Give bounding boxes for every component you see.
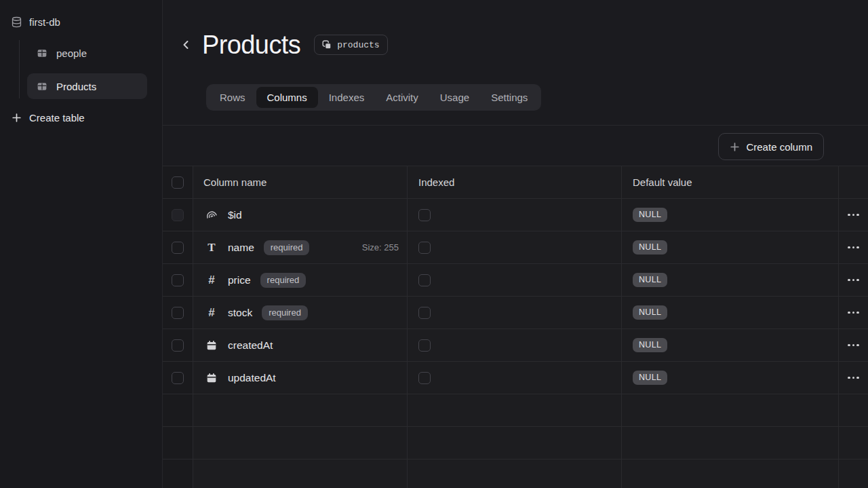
required-badge: required xyxy=(262,305,308,320)
default-value-badge: NULL xyxy=(633,371,667,386)
row-actions-cell xyxy=(839,264,868,297)
column-name: createdAt xyxy=(228,339,273,352)
app-root: first-db peopleProducts Create table Pro… xyxy=(0,0,868,488)
sidebar-item-people[interactable]: people xyxy=(27,40,147,66)
create-column-label: Create column xyxy=(746,141,812,153)
indexed-checkbox[interactable] xyxy=(418,307,431,319)
default-value-badge: NULL xyxy=(633,208,667,223)
empty-cell xyxy=(622,427,839,459)
table-tree: peopleProducts xyxy=(0,40,162,99)
select-all-checkbox[interactable] xyxy=(172,176,184,189)
row-select-checkbox[interactable] xyxy=(172,274,184,286)
default-value-header: Default value xyxy=(622,166,839,199)
ellipsis-icon[interactable] xyxy=(844,373,863,383)
row-select-checkbox[interactable] xyxy=(172,242,184,254)
indexed-checkbox[interactable] xyxy=(418,339,431,352)
indexed-cell xyxy=(408,329,622,362)
column-name-cell: createdAt xyxy=(193,329,408,362)
empty-gutter-cell xyxy=(163,427,193,459)
empty-cell xyxy=(839,427,868,459)
actions-header xyxy=(839,166,868,199)
tree-indent-line xyxy=(19,40,20,98)
empty-cell xyxy=(839,459,868,488)
page-title: Products xyxy=(202,32,300,58)
table-toolbar: Create column xyxy=(163,126,868,160)
tab-usage[interactable]: Usage xyxy=(429,87,480,108)
sidebar-item-label: people xyxy=(56,48,87,59)
indexed-header: Indexed xyxy=(408,166,622,199)
table-name-badge[interactable]: products xyxy=(314,35,387,55)
row-select-cell xyxy=(163,362,193,394)
chevron-left-icon xyxy=(182,39,190,50)
indexed-checkbox[interactable] xyxy=(418,209,431,221)
text-icon: T xyxy=(208,242,215,253)
row-select-checkbox[interactable] xyxy=(172,307,184,319)
select-all-cell xyxy=(163,166,193,199)
default-value-cell: NULL xyxy=(622,362,839,394)
text-icon: T xyxy=(205,242,218,253)
row-select-checkbox[interactable] xyxy=(172,209,184,221)
database-header[interactable]: first-db xyxy=(0,0,162,32)
indexed-cell xyxy=(408,231,622,264)
copy-icon xyxy=(322,40,332,50)
columns-table: Column name Indexed Default value $idNUL… xyxy=(163,166,868,488)
empty-cell xyxy=(622,459,839,488)
row-select-cell xyxy=(163,199,193,231)
calendar-icon xyxy=(205,339,218,352)
create-column-button[interactable]: Create column xyxy=(718,133,824,160)
column-name-cell: #pricerequired xyxy=(193,264,408,297)
indexed-checkbox[interactable] xyxy=(418,242,431,254)
default-value-badge: NULL xyxy=(633,273,667,288)
row-select-cell xyxy=(163,264,193,297)
ellipsis-icon[interactable] xyxy=(844,242,863,253)
required-badge: required xyxy=(264,240,310,255)
tab-columns[interactable]: Columns xyxy=(256,87,318,108)
default-value-cell: NULL xyxy=(622,329,839,362)
tab-activity[interactable]: Activity xyxy=(375,87,429,108)
database-name: first-db xyxy=(29,16,60,28)
row-select-checkbox[interactable] xyxy=(172,372,184,384)
column-size-label: Size: 255 xyxy=(362,242,399,252)
sidebar-item-label: Products xyxy=(56,81,96,92)
default-value-badge: NULL xyxy=(633,240,667,255)
default-value-cell: NULL xyxy=(622,199,839,231)
default-value-cell: NULL xyxy=(622,264,839,297)
empty-cell xyxy=(193,427,408,459)
tab-rows[interactable]: Rows xyxy=(209,87,256,108)
default-value-badge: NULL xyxy=(633,305,667,320)
tab-settings[interactable]: Settings xyxy=(480,87,538,108)
table-icon xyxy=(35,48,49,58)
column-name: updatedAt xyxy=(228,372,276,384)
tab-bar: RowsColumnsIndexesActivityUsageSettings xyxy=(206,84,541,111)
back-button[interactable] xyxy=(182,39,190,50)
ellipsis-icon[interactable] xyxy=(844,307,863,318)
empty-cell xyxy=(408,394,622,427)
number-icon: # xyxy=(205,274,218,286)
plus-icon xyxy=(730,142,740,152)
column-name-cell: updatedAt xyxy=(193,362,408,394)
indexed-cell xyxy=(408,362,622,394)
empty-cell xyxy=(622,394,839,427)
table-name-badge-label: products xyxy=(337,40,379,50)
indexed-checkbox[interactable] xyxy=(418,372,431,384)
empty-cell xyxy=(839,394,868,427)
default-value-badge: NULL xyxy=(633,338,667,353)
indexed-checkbox[interactable] xyxy=(418,274,431,286)
ellipsis-icon[interactable] xyxy=(844,210,863,221)
row-actions-cell xyxy=(839,199,868,231)
table-icon xyxy=(35,81,49,92)
database-icon xyxy=(11,16,22,28)
page-header: Products products xyxy=(163,0,868,61)
empty-cell xyxy=(408,427,622,459)
indexed-cell xyxy=(408,199,622,231)
sidebar-item-products[interactable]: Products xyxy=(27,73,147,99)
empty-cell xyxy=(408,459,622,488)
column-name: name xyxy=(228,242,254,254)
tab-indexes[interactable]: Indexes xyxy=(318,87,376,108)
ellipsis-icon[interactable] xyxy=(844,275,863,286)
row-select-checkbox[interactable] xyxy=(172,339,184,352)
number-icon: # xyxy=(208,307,214,318)
number-icon: # xyxy=(208,274,214,286)
create-table-button[interactable]: Create table xyxy=(12,112,162,124)
ellipsis-icon[interactable] xyxy=(844,340,863,351)
